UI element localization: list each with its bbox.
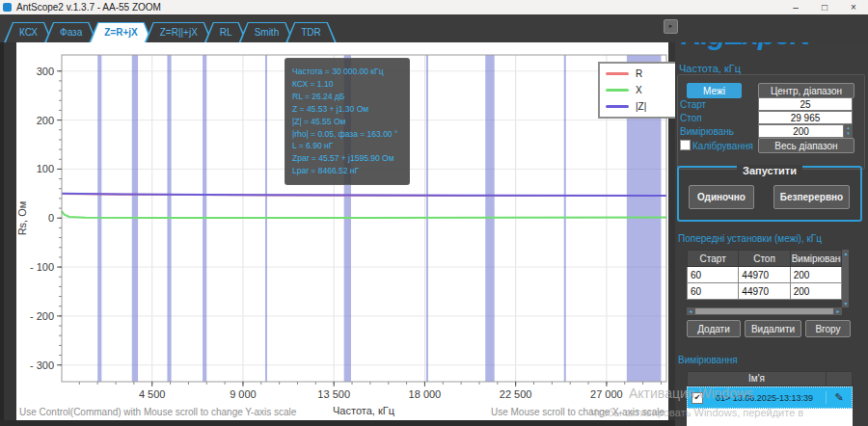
measurement-row-selected[interactable]: ✔ 01> 13.06.2025-13:13:39 ✎ (687, 386, 853, 409)
tab-z-parallel[interactable]: Z=R||+jX (145, 22, 213, 42)
center-span-button[interactable]: Центр, діапазон (758, 83, 854, 98)
svg-text:27 000: 27 000 (590, 388, 623, 400)
maximize-button[interactable]: □ (810, 0, 839, 14)
legend-item-z: |Z| (606, 101, 669, 112)
tab-bar: КСХ Фаза Z=R+jX Z=R||+jX RL Smith TDR (0, 14, 868, 42)
scroll-down-icon[interactable]: ▾ (842, 300, 850, 307)
x-axis-title: Частота, кГц (306, 405, 421, 416)
svg-text:200: 200 (37, 115, 54, 126)
run-group-label: Запустити (737, 165, 802, 176)
hint-y-scale: Use Control(Command) with Mouse scroll t… (19, 407, 296, 417)
svg-text:22 500: 22 500 (500, 388, 532, 400)
stop-input[interactable] (758, 111, 853, 124)
app-icon (3, 3, 12, 12)
title-bar: AntScope2 v.1.3.7 - AA-55 ZOOM – □ × (0, 0, 868, 14)
minimize-button[interactable]: – (781, 0, 810, 14)
measurements-table[interactable]: Ім'я ✔ 01> 13.06.2025-13:13:39 ✎ (687, 371, 853, 426)
svg-text:9 000: 9 000 (230, 388, 257, 400)
legend-item-x: X (606, 85, 669, 95)
stop-label: Стоп (680, 113, 702, 123)
add-button[interactable]: Додати (687, 320, 741, 337)
calibration-checkbox[interactable] (680, 140, 691, 150)
chart-legend: R X |Z| (598, 62, 677, 119)
edit-pencil-icon[interactable]: ✎ (826, 391, 852, 404)
start-input[interactable] (758, 97, 853, 111)
spin-down-icon[interactable]: ▾ (844, 130, 853, 136)
run-group: Запустити Одиночно Безперервно (677, 166, 862, 222)
preset-row[interactable]: 60 44970 200 (688, 267, 842, 283)
single-run-button[interactable]: Одиночно (689, 185, 754, 209)
measurement-name: 01> 13.06.2025-13:13:39 (703, 393, 826, 403)
start-label: Старт (680, 99, 706, 110)
scroll-left-icon[interactable]: ◂ (687, 307, 694, 315)
measurements-header: Ім'я (687, 371, 853, 386)
hint-x-scale: Use Mouse scroll to change X-axis scale (491, 407, 665, 417)
svg-text:100: 100 (37, 163, 54, 174)
presets-header-row: Старт Стоп Вимірювань (688, 251, 842, 267)
window-title: AntScope2 v.1.3.7 - AA-55 ZOOM (16, 2, 161, 13)
preset-row[interactable]: 60 44970 200 (688, 283, 842, 300)
measurement-checkbox[interactable]: ✔ (692, 392, 703, 404)
svg-text:- 200: - 200 (30, 310, 54, 322)
hscroll-thumb[interactable] (695, 308, 833, 314)
window-left-edge (0, 14, 4, 426)
scroll-up-icon[interactable]: ▴ (842, 250, 850, 257)
legend-item-r: R (606, 68, 669, 79)
points-input[interactable] (758, 124, 844, 138)
panel-collapse-button[interactable]: ▸ (664, 19, 678, 34)
tab-tdr[interactable]: TDR (285, 22, 337, 42)
svg-text:13 500: 13 500 (317, 388, 350, 400)
legend-line-z (606, 105, 629, 108)
full-range-button[interactable]: Весь діапазон (758, 138, 854, 153)
cursor-tooltip: Частота = 30 000.00 кГц КСХ = 1.10 RL = … (285, 58, 410, 185)
legend-line-r (606, 72, 629, 75)
continuous-run-button[interactable]: Безперервно (773, 185, 850, 209)
svg-text:- 100: - 100 (30, 261, 54, 273)
scroll-right-icon[interactable]: ▸ (834, 307, 842, 315)
close-button[interactable]: × (839, 0, 868, 14)
legend-line-x (606, 89, 629, 92)
svg-text:4 500: 4 500 (139, 388, 166, 400)
chart-widget[interactable]: 4 5009 00013 50018 00022 50027 000300200… (16, 42, 668, 420)
settings-panel: RigExpert Частота, кГц Межі Центр, діапа… (675, 14, 868, 426)
frequency-section-label: Частота, кГц (679, 63, 741, 74)
presets-hscrollbar[interactable]: ◂ ▸ (687, 307, 842, 315)
presets-table[interactable]: Старт Стоп Вимірювань 60 44970 200 60 44… (687, 250, 842, 300)
up-button[interactable]: Вгору (805, 320, 851, 337)
svg-text:300: 300 (37, 66, 54, 77)
points-label: Вимірювань (680, 126, 734, 137)
delete-button[interactable]: Видалити (745, 320, 801, 337)
points-stepper[interactable]: ▴ ▾ (844, 124, 853, 138)
svg-text:0: 0 (48, 212, 54, 224)
y-axis-title: Rs, Ом (16, 201, 28, 236)
measurements-label: Вимірювання (678, 355, 738, 365)
window-bottom-edge (0, 420, 675, 426)
limits-button[interactable]: Межі (687, 83, 742, 98)
presets-label: Попередні установки (межі), кГц (678, 233, 822, 244)
calibration-label: Калібрування (692, 141, 753, 151)
svg-text:- 300: - 300 (30, 359, 54, 371)
presets-vscrollbar[interactable]: ▴ ▾ (842, 250, 849, 307)
svg-text:18 000: 18 000 (409, 388, 442, 400)
